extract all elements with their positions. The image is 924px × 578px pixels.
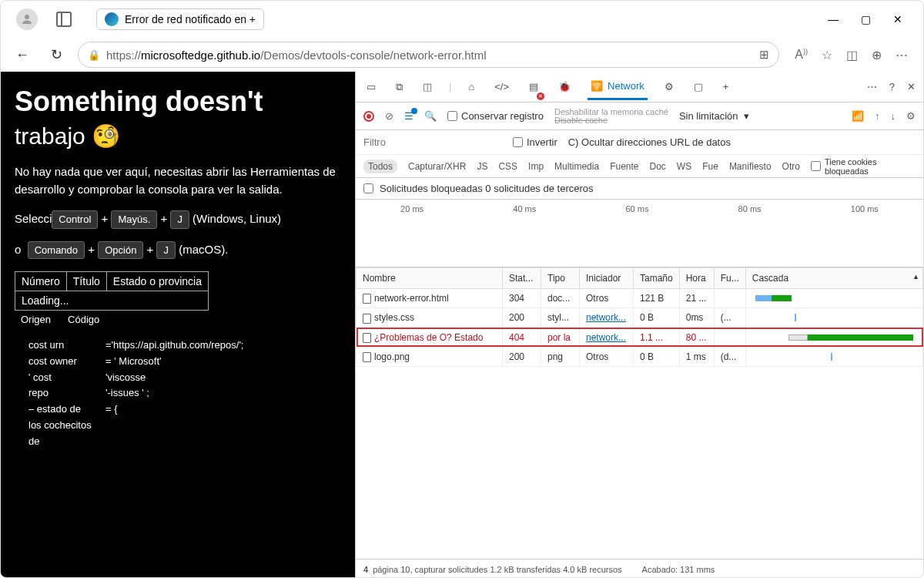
cookies-blocked-checkbox[interactable]: Tiene cookies bloqueadas [811, 157, 916, 176]
filter-input[interactable] [363, 136, 502, 148]
kbd-ctrl: Control [52, 210, 98, 229]
throttle-select[interactable]: Sin limitación ▾ [679, 110, 749, 122]
device-icon[interactable]: ⧉ [393, 75, 406, 99]
type-filter[interactable]: Todos [363, 160, 397, 173]
invert-checkbox[interactable]: Invertir [513, 136, 557, 148]
tab-console[interactable]: ▤✕ [526, 75, 541, 99]
back-button[interactable]: ← [10, 42, 35, 67]
filter-bar: Invertir C) Ocultar direcciones URL de d… [356, 130, 923, 155]
url-text: https://microsoftedge.github.io/Demos/de… [106, 49, 753, 62]
type-filter[interactable]: CSS [498, 161, 517, 172]
edge-icon [105, 12, 119, 26]
type-filter[interactable]: Capturar/XHR [408, 161, 466, 172]
blocked-bar: Solicitudes bloqueadas 0 solicitudes de … [356, 178, 923, 200]
address-bar: ← ↻ 🔒 https://microsoftedge.github.io/De… [1, 38, 923, 72]
page-table: NúmeroTítuloEstado o provincia Loading..… [15, 271, 209, 311]
devtools-close-icon[interactable]: ✕ [907, 81, 916, 92]
collections-icon[interactable]: ⊕ [872, 48, 882, 62]
type-filter[interactable]: Otro [782, 161, 800, 172]
type-filters: TodosCapturar/XHRJSCSSImpMultimediaFuent… [356, 155, 923, 178]
lock-icon: 🔒 [88, 49, 100, 61]
tab-memory[interactable]: ▢ [691, 75, 706, 99]
column-header[interactable]: Tipo [541, 268, 580, 289]
column-header[interactable]: Fu... [714, 268, 745, 289]
profile-avatar[interactable] [16, 8, 38, 30]
code-header: OrigenCódigo [15, 311, 341, 328]
tab-title: Error de red notificado en + [125, 13, 256, 25]
type-filter[interactable]: Manifiesto [729, 161, 772, 172]
tab-elements[interactable]: </> [491, 75, 512, 99]
kbd-opt: Opción [98, 241, 143, 260]
hide-data-urls[interactable]: C) Ocultar direcciones URL de datos [568, 136, 731, 148]
upload-icon[interactable]: ↑ [875, 110, 880, 122]
column-header[interactable]: Hora [679, 268, 714, 289]
kbd-j: J [170, 210, 189, 229]
type-filter[interactable]: Imp [528, 161, 544, 172]
window-controls: — ▢ ✕ [828, 14, 917, 25]
status-bar: 4 página 10, capturar solicitudes 1.2 kB… [356, 559, 923, 578]
filter-toggle-icon[interactable]: ☰ [404, 110, 413, 122]
blocked-checkbox[interactable] [363, 183, 373, 193]
request-row[interactable]: styles.css200styl...network...0 B0ms(... [357, 308, 923, 328]
page-heading-2: trabajo 🧐 [15, 123, 341, 150]
type-filter[interactable]: Doc [650, 161, 666, 172]
column-header[interactable]: Cascada▲ [745, 268, 922, 289]
minimize-button[interactable]: — [828, 14, 839, 25]
wifi-icon[interactable]: 📶 [852, 110, 864, 122]
browser-tab[interactable]: Error de red notificado en + [96, 8, 264, 30]
kbd-shift: Mayús. [111, 210, 157, 229]
column-header[interactable]: Nombre [357, 268, 503, 289]
search-icon[interactable]: 🔍 [424, 110, 437, 122]
maximize-button[interactable]: ▢ [860, 14, 871, 25]
clear-button[interactable]: ⊘ [385, 110, 393, 122]
page-paragraph: No hay nada que ver aquí, necesitas abri… [15, 163, 341, 198]
menu-icon[interactable]: ⋯ [896, 48, 908, 62]
tab-actions-icon[interactable] [56, 12, 72, 27]
devtools-help-icon[interactable]: ? [889, 81, 895, 92]
close-button[interactable]: ✕ [892, 14, 903, 25]
request-row[interactable]: network-error.html304doc...Otros121 B21 … [357, 289, 923, 308]
url-box[interactable]: 🔒 https://microsoftedge.github.io/Demos/… [78, 42, 779, 68]
column-header[interactable]: Tamaño [634, 268, 680, 289]
type-filter[interactable]: WS [677, 161, 691, 172]
type-filter[interactable]: JS [477, 161, 487, 172]
inspect-icon[interactable]: ▭ [363, 75, 379, 99]
code-block: cost urn='https://api.github.com/repos/'… [15, 338, 341, 450]
tab-welcome[interactable]: ⌂ [465, 75, 477, 99]
favorite-icon[interactable]: ☆ [822, 48, 832, 62]
tab-sources[interactable]: 🐞 [555, 75, 574, 99]
request-grid: NombreStat...TipoIniciadorTamañoHoraFu..… [356, 267, 923, 559]
refresh-button[interactable]: ↻ [44, 42, 69, 67]
column-header[interactable]: Stat... [503, 268, 541, 289]
app-mode-icon[interactable]: ⊞ [759, 48, 769, 62]
preserve-log-checkbox[interactable]: Conservar registro [447, 110, 544, 122]
kbd-cmd: Comando [28, 241, 85, 260]
settings-icon[interactable]: ⚙ [906, 110, 916, 122]
timeline-overview[interactable]: 20 ms40 ms60 ms80 ms100 ms [356, 200, 923, 267]
titlebar: Error de red notificado en + — ▢ ✕ [1, 1, 923, 38]
request-row[interactable]: logo.png200pngOtros0 B1 ms(d... [357, 347, 923, 366]
record-button[interactable] [363, 111, 374, 122]
network-toolbar: ⊘ ☰ 🔍 Conservar registro Deshabilitar la… [356, 102, 923, 130]
download-icon[interactable]: ↓ [891, 110, 896, 122]
devtools-tabs: ▭ ⧉ ◫ | ⌂ </> ▤✕ 🐞 🛜Network ⚙ ▢ + ⋯ ? ✕ [356, 72, 923, 102]
read-aloud-icon[interactable]: A)) [795, 48, 808, 62]
svg-point-0 [25, 15, 29, 19]
page-content: Something doesn't trabajo 🧐 No hay nada … [1, 72, 355, 578]
tab-add[interactable]: + [720, 75, 732, 99]
devtools-more-icon[interactable]: ⋯ [867, 81, 877, 92]
type-filter[interactable]: Fue [702, 161, 718, 172]
tab-performance[interactable]: ⚙ [661, 75, 677, 99]
shortcut-line-2: o Comando + Opción + J (macOS). [15, 241, 341, 260]
kbd-j2: J [156, 241, 176, 260]
devtools-panel: ▭ ⧉ ◫ | ⌂ </> ▤✕ 🐞 🛜Network ⚙ ▢ + ⋯ ? ✕ … [355, 72, 923, 578]
page-heading-1: Something doesn't [15, 86, 341, 118]
column-header[interactable]: Iniciador [580, 268, 634, 289]
request-row[interactable]: ¿Problemas de O? Estado404por lanetwork.… [357, 328, 923, 347]
type-filter[interactable]: Fuente [610, 161, 638, 172]
shortcut-line-1: SelecciControl + Mayús. + J (Windows, Li… [15, 210, 341, 229]
type-filter[interactable]: Multimedia [554, 161, 599, 172]
dock-icon[interactable]: ◫ [420, 75, 435, 99]
tab-network[interactable]: 🛜Network [588, 74, 648, 100]
split-icon[interactable]: ◫ [846, 48, 858, 62]
